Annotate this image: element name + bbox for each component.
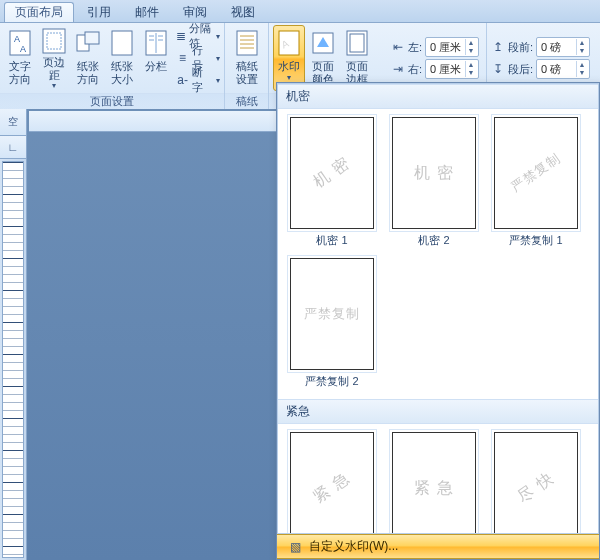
hyphenation-icon: a-	[176, 73, 189, 87]
indent-left-icon: ⇤	[391, 40, 405, 54]
watermark-thumb: 严禁复制	[494, 117, 578, 229]
chevron-down-icon: ▾	[216, 32, 220, 41]
chevron-down-icon: ▾	[216, 76, 220, 85]
watermark-thumb: 紧 急	[392, 432, 476, 533]
indent-right-label: 右:	[408, 62, 422, 77]
watermark-caption: 严禁复制 1	[509, 233, 562, 248]
left-ruler-strip: 空 ∟	[0, 109, 27, 560]
tab-page-layout[interactable]: 页面布局	[4, 2, 74, 22]
watermark-item[interactable]: 机 密 机密 1	[286, 117, 378, 248]
spacing-before-icon: ↥	[491, 40, 505, 54]
columns-button[interactable]: 分栏	[140, 25, 172, 91]
tab-references[interactable]: 引用	[76, 2, 122, 22]
spinner-up-icon[interactable]: ▲	[466, 39, 476, 47]
watermark-label: 水印	[278, 60, 300, 73]
group-manuscript-caption: 稿纸	[225, 93, 268, 110]
watermark-gallery[interactable]: 机密 机 密 机密 1 机 密 机密 2 严禁复制 严禁复制 1 严禁复制 严禁…	[277, 83, 599, 533]
text-direction-button[interactable]: AA 文字 方向	[4, 25, 36, 91]
watermark-thumb-text: 严禁复制	[508, 150, 564, 197]
watermark-thumb: 严禁复制	[290, 258, 374, 370]
watermark-thumb: 紧 急	[290, 432, 374, 533]
spinner-down-icon[interactable]: ▼	[577, 47, 587, 55]
size-icon	[107, 28, 137, 58]
spinner-up-icon[interactable]: ▲	[466, 61, 476, 69]
custom-watermark-menu-item[interactable]: ▧ 自定义水印(W)...	[277, 534, 599, 559]
text-direction-label: 文字 方向	[9, 60, 31, 85]
watermark-item[interactable]: 尽 快 尽快 1	[490, 432, 582, 533]
text-direction-icon: AA	[5, 28, 35, 58]
hyphenation-button[interactable]: a-断字▾	[176, 70, 220, 90]
manuscript-label: 稿纸 设置	[236, 60, 258, 85]
chevron-down-icon: ▾	[216, 54, 220, 63]
group-page-setup: AA 文字 方向 页边距 ▾ 纸张 方向 纸	[0, 23, 225, 110]
watermark-thumb: 机 密	[290, 117, 374, 229]
watermark-icon: A	[274, 28, 304, 58]
spinner-down-icon[interactable]: ▼	[466, 47, 476, 55]
watermark-section-header: 机密	[278, 84, 598, 109]
page-borders-icon	[342, 28, 372, 58]
spacing-after-value: 0 磅	[541, 62, 573, 77]
orientation-icon	[73, 28, 103, 58]
tab-review[interactable]: 审阅	[172, 2, 218, 22]
hyphenation-label: 断字	[192, 65, 213, 95]
spacing-after-spinner[interactable]: 0 磅 ▲▼	[536, 59, 590, 79]
size-label: 纸张 大小	[111, 60, 133, 85]
svg-rect-14	[237, 31, 257, 55]
watermark-caption: 机密 2	[418, 233, 449, 248]
line-numbers-icon: ≡	[176, 51, 189, 65]
watermark-menu-icon: ▧	[287, 539, 303, 555]
svg-rect-7	[112, 31, 132, 55]
watermark-thumb-text: 机 密	[414, 163, 453, 184]
spacing-after-icon: ↧	[491, 62, 505, 76]
indent-right-icon: ⇥	[391, 62, 405, 76]
watermark-gallery-panel: 机密 机 密 机密 1 机 密 机密 2 严禁复制 严禁复制 1 严禁复制 严禁…	[276, 82, 600, 560]
watermark-item[interactable]: 严禁复制 严禁复制 1	[490, 117, 582, 248]
watermark-thumb-text: 机 密	[310, 153, 354, 193]
chevron-down-icon: ▾	[287, 73, 291, 82]
watermark-section-grid: 机 密 机密 1 机 密 机密 2 严禁复制 严禁复制 1 严禁复制 严禁复制 …	[278, 109, 598, 399]
manuscript-icon	[232, 28, 262, 58]
chevron-down-icon: ▾	[52, 81, 56, 90]
watermark-item[interactable]: 紧 急 紧急 2	[388, 432, 480, 533]
indent-left-spinner[interactable]: 0 厘米 ▲▼	[425, 37, 479, 57]
watermark-thumb: 尽 快	[494, 432, 578, 533]
spinner-up-icon[interactable]: ▲	[577, 39, 587, 47]
size-button[interactable]: 纸张 大小	[106, 25, 138, 91]
ruler-top-box: ∟	[0, 136, 26, 159]
watermark-thumb-text: 尽 快	[514, 468, 558, 508]
spacing-before-label: 段前:	[508, 40, 533, 55]
columns-icon	[141, 28, 171, 58]
manuscript-settings-button[interactable]: 稿纸 设置	[229, 25, 264, 91]
spacing-before-value: 0 磅	[541, 40, 573, 55]
group-manuscript: 稿纸 设置 稿纸	[225, 23, 269, 110]
watermark-thumb-text: 紧 急	[414, 478, 453, 499]
columns-label: 分栏	[145, 60, 167, 73]
watermark-section-grid: 紧 急 紧急 1 紧 急 紧急 2 尽 快 尽快 1	[278, 424, 598, 533]
indent-left-label: 左:	[408, 40, 422, 55]
indent-left-value: 0 厘米	[430, 40, 462, 55]
spinner-up-icon[interactable]: ▲	[577, 61, 587, 69]
spacing-before-spinner[interactable]: 0 磅 ▲▼	[536, 37, 590, 57]
watermark-panel-menu: ▧ 自定义水印(W)...	[277, 533, 599, 559]
tab-view[interactable]: 视图	[220, 2, 266, 22]
orientation-button[interactable]: 纸张 方向	[72, 25, 104, 91]
watermark-item[interactable]: 紧 急 紧急 1	[286, 432, 378, 533]
spinner-down-icon[interactable]: ▼	[466, 69, 476, 77]
tab-mailings[interactable]: 邮件	[124, 2, 170, 22]
custom-watermark-label: 自定义水印(W)...	[309, 538, 398, 555]
svg-text:A: A	[20, 44, 26, 54]
margins-button[interactable]: 页边距 ▾	[38, 25, 70, 91]
tab-strip: 页面布局 引用 邮件 审阅 视图	[0, 0, 600, 23]
watermark-caption: 严禁复制 2	[305, 374, 358, 389]
watermark-item[interactable]: 严禁复制 严禁复制 2	[286, 258, 378, 389]
group-page-setup-caption: 页面设置	[0, 93, 224, 110]
spacing-after-label: 段后:	[508, 62, 533, 77]
svg-text:A: A	[14, 34, 20, 44]
watermark-caption: 机密 1	[316, 233, 347, 248]
vertical-ruler[interactable]	[2, 161, 24, 558]
watermark-item[interactable]: 机 密 机密 2	[388, 117, 480, 248]
spinner-down-icon[interactable]: ▼	[577, 69, 587, 77]
watermark-thumb-text: 严禁复制	[304, 305, 360, 323]
margins-label: 页边距	[39, 56, 69, 81]
indent-right-spinner[interactable]: 0 厘米 ▲▼	[425, 59, 479, 79]
